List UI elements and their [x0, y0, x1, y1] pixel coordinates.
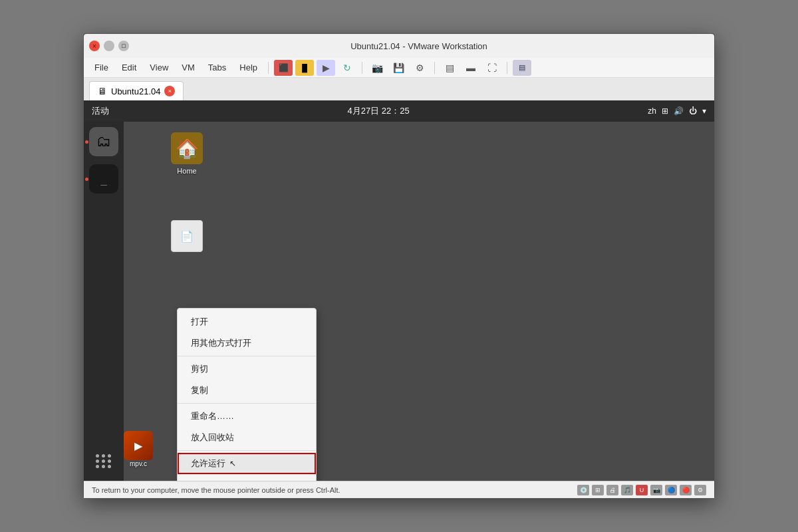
file-icon[interactable]: 📄: [164, 220, 210, 252]
ubuntu-topbar: 活动 4月27日 22：25 zh ⊞ 🔊 ⏻ ▾: [84, 100, 714, 122]
dock-indicator-terminal: [85, 178, 88, 181]
ubuntu-dock: 🗂 _: [84, 122, 124, 481]
status-icon-3[interactable]: 🖨: [606, 485, 618, 495]
maximize-button[interactable]: □: [118, 41, 129, 51]
toolbar-btn-play[interactable]: ▶: [317, 60, 335, 76]
menu-view[interactable]: View: [144, 60, 174, 75]
dock-indicator: [85, 140, 88, 144]
apps-grid-icon: [96, 454, 112, 468]
ctx-open[interactable]: 打开: [178, 311, 316, 332]
status-icon-4[interactable]: 🎵: [621, 485, 633, 495]
home-folder-label: Home: [177, 167, 196, 175]
desktop-area: 🏠 Home 📄 ▶ mpv.c 打开: [124, 122, 714, 481]
files-icon: 🗂: [96, 133, 111, 150]
ctx-rename[interactable]: 重命名……: [178, 406, 316, 427]
dock-apps-button[interactable]: [89, 446, 118, 475]
toolbar-btn-view1[interactable]: ▤: [440, 60, 459, 76]
tab-bar: 🖥 Ubuntu21.04 ×: [84, 78, 714, 100]
lang-indicator[interactable]: zh: [648, 106, 656, 116]
menu-edit[interactable]: Edit: [116, 60, 142, 75]
mpv-icon-container[interactable]: ▶ mpv.c: [124, 431, 153, 467]
context-menu: 打开 用其他方式打开 剪切 复制 重命名…… 放入回收站 允许运行 ↖ Send…: [177, 308, 317, 481]
status-icon-2[interactable]: ⊞: [592, 485, 604, 495]
ctx-copy[interactable]: 复制: [178, 380, 316, 401]
close-button[interactable]: ×: [89, 41, 100, 51]
terminal-icon: _: [100, 173, 107, 186]
toolbar-btn-view2[interactable]: ▬: [462, 60, 480, 76]
window-controls: × □: [89, 41, 129, 51]
tab-ubuntu[interactable]: 🖥 Ubuntu21.04 ×: [89, 81, 184, 100]
toolbar-btn-yellow[interactable]: ▐▌: [295, 60, 314, 76]
ctx-separator-1: [178, 356, 316, 356]
toolbar-btn-refresh[interactable]: ↻: [338, 60, 356, 76]
toolbar-separator-1: [268, 62, 269, 74]
status-icons: 💿 ⊞ 🖨 🎵 U 📷 🔵 🔴 ⚙: [577, 485, 706, 495]
minimize-button[interactable]: [104, 41, 114, 51]
tab-close-button[interactable]: ×: [164, 86, 175, 96]
ctx-open-with[interactable]: 用其他方式打开: [178, 332, 316, 354]
mpv-icon: ▶: [124, 431, 153, 460]
ctx-cut[interactable]: 剪切: [178, 358, 316, 380]
power-icon: ⏻: [689, 106, 697, 116]
toolbar-btn-red[interactable]: ⬛: [274, 60, 293, 76]
tab-label: Ubuntu21.04: [111, 86, 160, 96]
toolbar-btn-snapshot[interactable]: 📷: [368, 60, 386, 76]
status-bar: To return to your computer, move the mou…: [84, 481, 714, 498]
status-icon-8[interactable]: 🔴: [680, 485, 692, 495]
menu-file[interactable]: File: [89, 60, 114, 75]
status-icon-7[interactable]: 🔵: [665, 485, 677, 495]
menu-help[interactable]: Help: [234, 60, 263, 75]
file-icon-image: 📄: [171, 220, 203, 252]
status-text: To return to your computer, move the mou…: [92, 486, 340, 494]
vm-content: 活动 4月27日 22：25 zh ⊞ 🔊 ⏻ ▾ 🗂 _: [84, 100, 714, 481]
status-icon-6[interactable]: 📷: [650, 485, 662, 495]
volume-icon: 🔊: [674, 106, 684, 116]
tab-icon: 🖥: [98, 86, 107, 96]
toolbar-btn-fullscreen[interactable]: ⛶: [483, 60, 501, 76]
chevron-down-icon[interactable]: ▾: [702, 106, 706, 116]
status-icon-1[interactable]: 💿: [577, 485, 589, 495]
toolbar-btn-panel[interactable]: ▤: [513, 60, 531, 76]
toolbar-btn-settings[interactable]: ⚙: [410, 60, 429, 76]
ubuntu-desktop: 🗂 _ 🏠: [84, 122, 714, 481]
mpv-icon-label: mpv.c: [130, 460, 147, 467]
toolbar-separator-4: [507, 62, 507, 74]
dock-item-files[interactable]: 🗂: [89, 127, 118, 156]
ctx-separator-3: [178, 450, 316, 451]
home-folder-icon[interactable]: 🏠 Home: [164, 132, 210, 175]
home-folder-image: 🏠: [171, 132, 203, 164]
vmware-window: × □ Ubuntu21.04 - VMware Workstation Fil…: [83, 33, 715, 499]
menu-vm[interactable]: VM: [176, 60, 200, 75]
dock-item-terminal[interactable]: _: [89, 164, 118, 194]
title-bar: × □ Ubuntu21.04 - VMware Workstation: [84, 34, 714, 58]
toolbar-separator-2: [362, 62, 362, 74]
activities-label[interactable]: 活动: [92, 105, 109, 117]
ctx-trash[interactable]: 放入回收站: [178, 427, 316, 448]
menu-bar: File Edit View VM Tabs Help ⬛ ▐▌ ▶ ↻ 📷 💾…: [84, 58, 714, 78]
menu-tabs[interactable]: Tabs: [203, 60, 231, 75]
window-title: Ubuntu21.04 - VMware Workstation: [129, 41, 709, 51]
ctx-allow-run[interactable]: 允许运行 ↖: [178, 453, 316, 474]
ctx-separator-2: [178, 403, 316, 404]
clock-display: 4月27日 22：25: [109, 105, 648, 117]
toolbar-separator-3: [434, 62, 435, 74]
status-icon-5[interactable]: U: [636, 485, 648, 495]
systray: zh ⊞ 🔊 ⏻ ▾: [648, 106, 706, 116]
network-icon: ⊞: [662, 106, 668, 116]
status-icon-9[interactable]: ⚙: [694, 485, 706, 495]
ctx-send-to[interactable]: Send to...: [178, 474, 316, 481]
toolbar-btn-vm2[interactable]: 💾: [389, 60, 408, 76]
cursor-icon: ↖: [229, 459, 236, 468]
